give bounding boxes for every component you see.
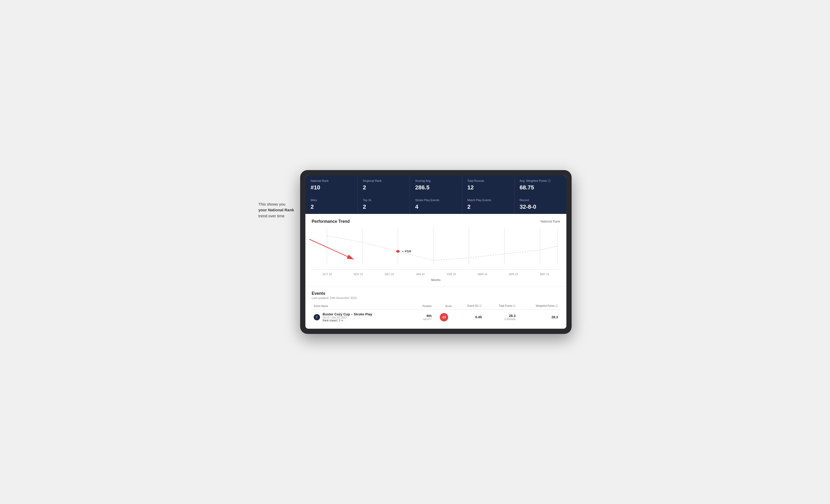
stat-national-rank-label: National Rank [311, 179, 352, 182]
event-sg-cell: 0.45 [454, 310, 484, 325]
chart-month-dec23: DEC 23 [374, 273, 405, 276]
event-total-points-sub: 3 Rounds [486, 318, 515, 321]
stat-wins-value: 2 [311, 203, 352, 210]
stat-match-play-label: Match Play Events [468, 198, 509, 202]
performance-trend-section: Performance Trend National Rank [306, 214, 566, 287]
chart-month-jan24: JAN 24 [405, 273, 436, 276]
stat-scoring-avg-value: 286.5 [415, 184, 456, 191]
stat-total-rounds-value: 12 [468, 184, 509, 191]
event-info-cell: 🏌 Buster Cozy Cup – Stroke Play Oct 9 – … [312, 310, 412, 325]
chart-data-point [396, 250, 400, 253]
tablet-frame: National Rank #10 Regional Rank 2 Scorin… [300, 170, 572, 334]
stat-match-play: Match Play Events 2 [462, 195, 514, 214]
stat-scoring-avg: Scoring Avg. 286.5 [410, 175, 462, 195]
event-score-badge: -22 [440, 313, 448, 322]
col-score: Score [434, 303, 454, 310]
section-title: Performance Trend [312, 219, 350, 224]
events-section: Events Last updated: 24th November 2023 … [306, 287, 566, 329]
stat-top3s: Top 3s 2 [358, 195, 410, 214]
events-title: Events [312, 291, 560, 296]
event-name: Buster Cozy Cup – Stroke Play [323, 312, 372, 316]
stat-record-value: 32-8-0 [520, 203, 561, 210]
stat-avg-weighted-points: Avg. Weighted Points ⓘ 68.75 [514, 175, 566, 195]
event-position-cell: 6th out of 7 [412, 310, 434, 325]
stat-wins-label: Wins [311, 198, 352, 202]
col-event-name: Event Name [312, 303, 412, 310]
annotation-text: This shows you your National Rank trend … [258, 201, 294, 219]
stat-avg-weighted-points-label: Avg. Weighted Points ⓘ [520, 179, 561, 182]
stats-bar-row1: National Rank #10 Regional Rank 2 Scorin… [306, 175, 566, 214]
stat-top3s-value: 2 [363, 203, 404, 210]
events-table: Event Name Position Score Event SG ⓘ Tot… [312, 303, 560, 325]
performance-chart: • #10 [312, 228, 560, 270]
svg-text:• #10: • #10 [402, 250, 411, 253]
event-rank-impact: Rank Impact: 3 ▼ [323, 319, 372, 322]
event-icon: 🏌 [314, 314, 320, 321]
chart-month-may24: MAY 24 [529, 273, 560, 276]
col-weighted-points: Weighted Points ⓘ [518, 303, 560, 310]
col-position: Position [412, 303, 434, 310]
annotation-line1: This shows you [258, 202, 285, 206]
event-date: Oct 9 – Oct 10, 2023 [323, 316, 372, 319]
event-sg-value: 0.45 [456, 315, 482, 319]
stat-regional-rank-label: Regional Rank [363, 179, 404, 182]
stat-national-rank-value: #10 [311, 184, 352, 191]
chart-month-apr24: APR 24 [498, 273, 529, 276]
annotation-line2: your National Rank [258, 208, 294, 212]
event-total-points-cell: 28.3 3 Rounds [484, 310, 518, 325]
stat-avg-weighted-points-value: 68.75 [520, 184, 561, 191]
stat-wins: Wins 2 [306, 195, 358, 214]
annotation-line3: trend over time [258, 214, 285, 218]
col-total-points: Total Points ⓘ [484, 303, 518, 310]
chart-svg: • #10 [312, 228, 560, 269]
event-weighted-points-value: 28.3 [520, 315, 558, 319]
event-total-points-value: 28.3 [486, 314, 515, 318]
stat-stroke-play-label: Stroke Play Events [415, 198, 456, 202]
stat-record: Record 32-8-0 [514, 195, 566, 214]
page-wrapper: This shows you your National Rank trend … [258, 170, 572, 334]
stat-scoring-avg-label: Scoring Avg. [415, 179, 456, 182]
event-weighted-points-cell: 28.3 [518, 310, 560, 325]
table-row: 🏌 Buster Cozy Cup – Stroke Play Oct 9 – … [312, 310, 560, 325]
chart-month-mar24: MAR 24 [467, 273, 498, 276]
stat-stroke-play-value: 4 [415, 203, 456, 210]
stat-match-play-value: 2 [468, 203, 509, 210]
stat-regional-rank: Regional Rank 2 [358, 175, 410, 195]
stat-regional-rank-value: 2 [363, 184, 404, 191]
event-position: 6th [414, 314, 432, 318]
event-position-sub: out of 7 [414, 318, 432, 321]
chart-months: OCT 23 NOV 23 DEC 23 JAN 24 FEB 24 MAR 2… [312, 271, 560, 277]
tablet-screen: National Rank #10 Regional Rank 2 Scorin… [306, 175, 566, 329]
stat-national-rank: National Rank #10 [306, 175, 358, 195]
stat-stroke-play: Stroke Play Events 4 [410, 195, 462, 214]
stat-top3s-label: Top 3s [363, 198, 404, 202]
chart-month-nov23: NOV 23 [343, 273, 374, 276]
chart-month-oct23: OCT 23 [312, 273, 343, 276]
chart-month-feb24: FEB 24 [436, 273, 467, 276]
col-event-sg: Event SG ⓘ [454, 303, 484, 310]
stat-record-label: Record [520, 198, 561, 202]
stat-total-rounds-label: Total Rounds [468, 179, 509, 182]
stat-total-rounds: Total Rounds 12 [462, 175, 514, 195]
section-label: National Rank [541, 220, 560, 223]
events-last-updated: Last updated: 24th November 2023 [312, 296, 560, 300]
section-header: Performance Trend National Rank [312, 219, 560, 224]
chart-x-axis-label: Months [312, 278, 560, 281]
event-score-cell: -22 [434, 310, 454, 325]
